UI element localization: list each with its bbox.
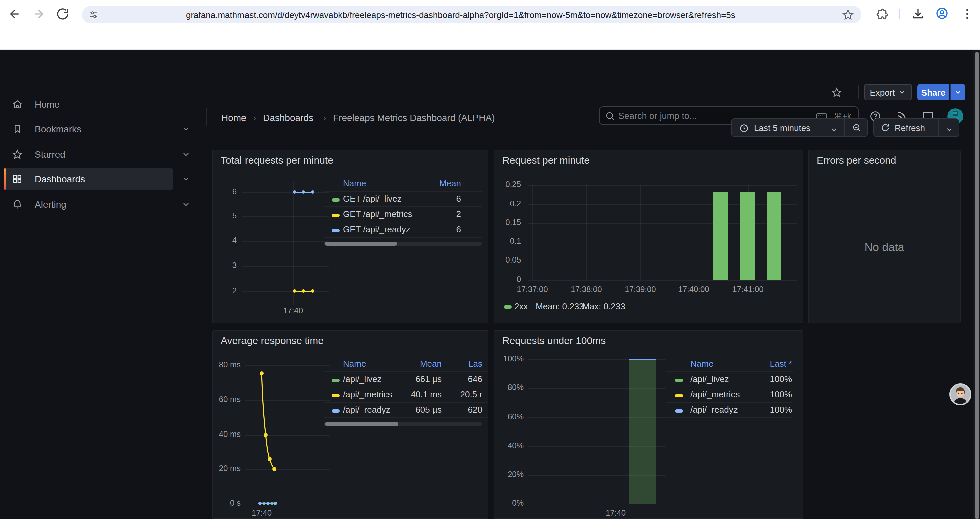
- chevron-down-icon[interactable]: [181, 150, 191, 159]
- reload-icon[interactable]: [56, 7, 69, 21]
- time-range-label: Last 5 minutes: [754, 123, 810, 133]
- y-tick: 100%: [496, 354, 524, 363]
- url-text[interactable]: grafana.mathmast.com/d/deytv4rwavabkb/fr…: [186, 10, 735, 20]
- browser-toolbar: grafana.mathmast.com/d/deytv4rwavabkb/fr…: [0, 0, 980, 29]
- y-tick: 0.25: [496, 180, 521, 189]
- panel-title[interactable]: Errors per second: [816, 154, 896, 166]
- chevron-down-icon[interactable]: [181, 124, 191, 134]
- sidebar-item-alerting[interactable]: Alerting: [4, 194, 173, 215]
- bar-2xx[interactable]: [767, 192, 781, 280]
- legend-header-name[interactable]: Name: [343, 178, 366, 188]
- panel-title[interactable]: Average response time: [221, 335, 323, 346]
- legend-series-name[interactable]: /api/_readyz: [343, 405, 390, 415]
- panel-title[interactable]: Requests under 100ms: [502, 335, 606, 346]
- legend-header-name[interactable]: Name: [343, 359, 366, 369]
- url-bar[interactable]: grafana.mathmast.com/d/deytv4rwavabkb/fr…: [82, 6, 861, 23]
- refresh-label: Refresh: [895, 123, 925, 133]
- bookmarks-bar: Freeleaps 收藏博客: [0, 29, 980, 50]
- y-tick: 20%: [496, 469, 524, 479]
- series-color-pill: [332, 379, 340, 382]
- scrollbar-thumb[interactable]: [975, 52, 979, 519]
- sidebar-item-label: Starred: [35, 149, 65, 160]
- refresh-button[interactable]: Refresh: [873, 118, 959, 137]
- legend-header-last[interactable]: Last *: [746, 359, 792, 369]
- legend-series-name[interactable]: /api/_livez: [690, 374, 729, 384]
- x-tick: 17:37:00: [511, 284, 554, 294]
- legend-max: Max: 0.233: [582, 301, 625, 311]
- legend-scrollbar[interactable]: [323, 242, 482, 246]
- x-tick: 17:39:00: [619, 284, 662, 294]
- legend-series-name[interactable]: GET /api/_metrics: [343, 209, 412, 219]
- share-label: Share: [921, 87, 945, 97]
- sidebar: Home Bookmarks Starred Dashboa: [0, 50, 199, 519]
- time-zoom-out-button[interactable]: [844, 119, 869, 136]
- y-tick: 60%: [496, 412, 524, 422]
- panel-errors-per-second: Errors per second No data: [808, 150, 961, 323]
- toolbar-divider: [858, 86, 859, 99]
- screen: grafana.mathmast.com/d/deytv4rwavabkb/fr…: [0, 0, 980, 519]
- y-tick: 0%: [496, 498, 524, 508]
- zoom-out-icon: [852, 123, 861, 132]
- star-icon: [12, 149, 23, 160]
- page-scrollbar[interactable]: [973, 50, 980, 519]
- back-icon[interactable]: [8, 7, 21, 21]
- legend-series-name[interactable]: GET /api/_readyz: [343, 224, 410, 235]
- y-tick: 3: [217, 260, 237, 270]
- breadcrumb-dashboards[interactable]: Dashboards: [263, 112, 313, 123]
- legend-header-last[interactable]: Las: [444, 359, 482, 369]
- assistant-avatar[interactable]: [949, 383, 971, 406]
- share-button[interactable]: Share: [917, 84, 949, 100]
- legend-series-name[interactable]: /api/_metrics: [343, 390, 392, 399]
- favorite-star-icon[interactable]: [831, 87, 842, 97]
- bar-2xx[interactable]: [740, 192, 754, 280]
- chevron-down-icon: [830, 124, 838, 132]
- legend-header-mean[interactable]: Mean: [400, 359, 442, 369]
- legend-series-name[interactable]: GET /api/_livez: [343, 194, 402, 204]
- y-tick: 0.1: [496, 236, 521, 246]
- time-range-picker[interactable]: Last 5 minutes: [731, 118, 868, 137]
- legend-series-name[interactable]: /api/_livez: [343, 374, 382, 384]
- legend-scrollbar[interactable]: [323, 422, 482, 426]
- legend-series-name[interactable]: 2xx: [514, 301, 528, 311]
- bar-under-100ms[interactable]: [629, 359, 656, 504]
- legend-series-mean: 605 µs: [400, 405, 442, 415]
- forward-icon[interactable]: [32, 7, 45, 21]
- y-tick: 0.2: [496, 199, 521, 208]
- panel-title[interactable]: Request per minute: [502, 154, 590, 166]
- sidebar-item-dashboards[interactable]: Dashboards: [4, 168, 173, 190]
- panel-request-per-minute: Request per minute 0.25 0.2 0.15 0.1 0.0…: [494, 150, 803, 323]
- y-tick: 0: [496, 275, 521, 284]
- bar-2xx[interactable]: [713, 192, 728, 280]
- sidebar-item-bookmarks[interactable]: Bookmarks: [4, 118, 173, 140]
- chevron-down-icon[interactable]: [181, 174, 191, 184]
- bookmark-star-icon[interactable]: [842, 9, 854, 21]
- y-tick: 5: [217, 211, 237, 220]
- download-icon[interactable]: [911, 7, 924, 21]
- sidebar-item-home[interactable]: Home: [4, 94, 173, 115]
- chevron-down-icon[interactable]: [181, 200, 191, 209]
- extensions-icon[interactable]: [875, 7, 889, 21]
- breadcrumb-home[interactable]: Home: [221, 112, 247, 123]
- site-settings-icon[interactable]: [88, 10, 99, 20]
- panel-title[interactable]: Total requests per minute: [221, 154, 333, 166]
- legend-series-last: 646: [444, 374, 482, 384]
- sidebar-item-label: Home: [35, 99, 60, 110]
- sidebar-item-starred[interactable]: Starred: [4, 144, 173, 165]
- legend-series-last: 100%: [746, 390, 792, 399]
- legend-header-name[interactable]: Name: [690, 359, 713, 369]
- legend-series-name[interactable]: /api/_metrics: [690, 390, 740, 399]
- legend-series-name[interactable]: /api/_readyz: [690, 405, 738, 415]
- legend-header-mean[interactable]: Mean: [421, 178, 461, 188]
- series-color-pill: [675, 379, 683, 382]
- legend-table: Name Mean GET /api/_livez 6 GET /api/_me…: [323, 177, 482, 251]
- y-tick: 2: [217, 286, 237, 295]
- bell-icon: [12, 199, 23, 210]
- y-tick: 80%: [496, 383, 524, 392]
- refresh-interval-dropdown[interactable]: [938, 119, 959, 136]
- export-button[interactable]: Export: [864, 84, 912, 100]
- share-dropdown-button[interactable]: [950, 84, 965, 100]
- sidebar-item-label: Dashboards: [35, 174, 85, 184]
- profile-icon[interactable]: [935, 7, 949, 20]
- chevron-down-icon: [954, 88, 962, 96]
- browser-menu-icon[interactable]: [961, 7, 974, 21]
